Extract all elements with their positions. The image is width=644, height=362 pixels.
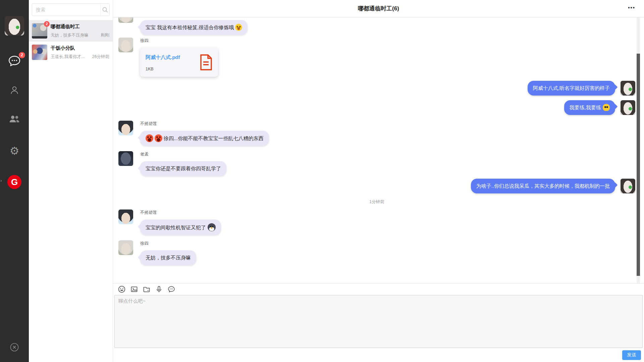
contact-person-icon bbox=[9, 85, 19, 95]
more-menu-icon[interactable]: ••• bbox=[628, 5, 635, 10]
avatar-xusi[interactable] bbox=[118, 38, 133, 52]
chat-item-main: 哪都通临时工 无妨，技多不压身嘛 刚刚 bbox=[51, 23, 109, 38]
search-row bbox=[29, 0, 113, 20]
app-window: 2 ⚙ G › bbox=[0, 0, 644, 362]
avatar-laomeng[interactable] bbox=[118, 151, 133, 166]
close-circle-icon bbox=[10, 343, 19, 352]
send-button[interactable]: 发送 bbox=[622, 350, 641, 360]
nav-contacts-button[interactable] bbox=[9, 85, 19, 97]
message-text: 我要练,我要练 bbox=[570, 105, 601, 110]
chat-item-time: 刚刚 bbox=[101, 33, 109, 38]
search-button[interactable] bbox=[100, 4, 109, 16]
message-row: 我要练,我要练 bbox=[118, 100, 635, 115]
melting-face-emoji bbox=[603, 104, 610, 111]
message-scroll-area[interactable]: 宝宝 我这有本祖传秘笈,很适合你修炼哦 徐四 阿威十八式.pdf 1KB bbox=[113, 17, 644, 283]
message-row: 不摇碧莲 宝宝的间歇性机智证又犯了 bbox=[118, 209, 635, 235]
unread-badge: 2 bbox=[44, 21, 50, 27]
scrollbar-track[interactable] bbox=[637, 17, 640, 283]
chat-list-item[interactable]: 干饭小分队 王道长,我看你才... 26分钟前 bbox=[29, 42, 113, 63]
message-bubble[interactable]: 阿威十八式,听名字就好厉害的样子 bbox=[528, 81, 615, 96]
smiley-icon bbox=[118, 285, 126, 293]
microphone-icon bbox=[155, 285, 163, 293]
group-people-icon bbox=[9, 115, 20, 123]
sender-name: 徐四 bbox=[140, 38, 218, 44]
folder-icon bbox=[143, 285, 151, 293]
group-avatar bbox=[32, 45, 47, 60]
chat-item-title: 哪都通临时工 bbox=[51, 23, 109, 30]
conversation-header: 哪都通临时工(6) ••• bbox=[113, 0, 644, 17]
avatar-me[interactable] bbox=[621, 100, 635, 115]
search-box bbox=[32, 3, 110, 16]
message-row: 阿威十八式,听名字就好厉害的样子 bbox=[118, 81, 635, 96]
message-bubble[interactable]: 我要练,我要练 bbox=[564, 100, 615, 115]
scrollbar-thumb[interactable] bbox=[637, 54, 640, 276]
message-input[interactable] bbox=[115, 295, 642, 348]
logo-letter: G bbox=[11, 177, 18, 187]
composer: 发送 bbox=[113, 283, 644, 362]
file-name[interactable]: 阿威十八式.pdf bbox=[146, 54, 180, 61]
nav-groups-button[interactable] bbox=[9, 115, 20, 125]
file-attachment-card[interactable]: 阿威十八式.pdf 1KB bbox=[140, 48, 218, 77]
app-logo: G bbox=[7, 175, 21, 189]
emoji-picker-button[interactable] bbox=[118, 285, 126, 293]
message-text: 徐四...你能不能不教宝宝一些乱七八糟的东西 bbox=[164, 135, 264, 141]
message-bubble[interactable]: 宝宝你还是不要跟着你四哥乱学了 bbox=[140, 161, 226, 176]
message-row: 徐四 阿威十八式.pdf 1KB bbox=[118, 38, 635, 77]
message-row: 为啥子..你们总说我呆瓜，其实大多的时候，我都机制的一批 bbox=[118, 179, 635, 193]
chat-item-time: 26分钟前 bbox=[92, 54, 109, 60]
sender-name: 不摇碧莲 bbox=[140, 121, 269, 127]
send-image-button[interactable] bbox=[130, 285, 138, 293]
message-text: 宝宝 我这有本祖传秘笈,很适合你修炼哦 bbox=[146, 24, 234, 30]
panel-expand-arrow[interactable]: › bbox=[0, 178, 2, 183]
image-icon bbox=[130, 285, 138, 293]
voice-message-button[interactable] bbox=[155, 285, 163, 293]
group-avatar: 2 bbox=[32, 23, 47, 39]
nav-chats-button[interactable]: 2 bbox=[8, 55, 21, 68]
send-file-button[interactable] bbox=[143, 285, 151, 293]
message-bubble[interactable]: 宝宝的间歇性机智证又犯了 bbox=[140, 220, 221, 235]
search-input[interactable] bbox=[32, 4, 100, 16]
hugging-face-emoji bbox=[235, 24, 242, 31]
message-text: 无妨，技多不压身嘛 bbox=[146, 255, 191, 260]
avatar-xusi[interactable] bbox=[118, 17, 133, 23]
avatar-xusi[interactable] bbox=[118, 240, 133, 255]
composer-toolbar bbox=[113, 284, 644, 295]
pdf-file-icon bbox=[199, 54, 213, 71]
message-bubble[interactable]: 无妨，技多不压身嘛 bbox=[140, 250, 196, 265]
nav-rail: 2 ⚙ G › bbox=[0, 0, 29, 362]
sender-name: 徐四 bbox=[140, 241, 196, 246]
message-text: 为啥子..你们总说我呆瓜，其实大多的时候，我都机制的一批 bbox=[476, 183, 610, 189]
send-row: 发送 bbox=[113, 348, 644, 362]
message-row: 徐四 无妨，技多不压身嘛 bbox=[118, 240, 635, 265]
message-text: 阿威十八式,听名字就好厉害的样子 bbox=[533, 85, 610, 91]
message-bubble[interactable]: 为啥子..你们总说我呆瓜，其实大多的时候，我都机制的一批 bbox=[471, 179, 615, 193]
my-profile-avatar[interactable] bbox=[5, 16, 24, 36]
nav-settings-button[interactable]: ⚙ bbox=[10, 145, 19, 156]
chat-item-title: 干饭小分队 bbox=[51, 45, 109, 51]
chat-item-preview: 无妨，技多不压身嘛 bbox=[51, 33, 99, 38]
close-button[interactable] bbox=[10, 343, 19, 353]
message-input-box bbox=[114, 295, 643, 348]
chat-list-panel: 2 哪都通临时工 无妨，技多不压身嘛 刚刚 干饭小分队 王道长,我看你才... … bbox=[29, 0, 113, 362]
gear-icon: ⚙ bbox=[10, 145, 19, 157]
penguin-emoji bbox=[208, 223, 216, 231]
conversation-title: 哪都通临时工(6) bbox=[358, 5, 399, 12]
file-size: 1KB bbox=[146, 67, 180, 71]
avatar-buyaobilian[interactable] bbox=[118, 121, 133, 135]
avatar-me[interactable] bbox=[621, 179, 635, 193]
chat-item-main: 干饭小分队 王道长,我看你才... 26分钟前 bbox=[51, 45, 109, 60]
avatar-me[interactable] bbox=[621, 81, 635, 96]
search-icon bbox=[102, 7, 108, 13]
message-bubble-icon bbox=[167, 285, 175, 293]
chat-bubble-icon bbox=[8, 55, 21, 67]
message-row: 宝宝 我这有本祖传秘笈,很适合你修炼哦 bbox=[118, 20, 635, 35]
angry-face-emoji bbox=[155, 134, 162, 142]
conversation-panel: 哪都通临时工(6) ••• 宝宝 我这有本祖传秘笈,很适合你修炼哦 徐四 阿威十… bbox=[113, 0, 644, 362]
message-bubble[interactable]: 宝宝 我这有本祖传秘笈,很适合你修炼哦 bbox=[140, 20, 248, 35]
sender-name: 不摇碧莲 bbox=[140, 210, 221, 216]
chat-history-button[interactable] bbox=[167, 285, 175, 293]
chat-list-item[interactable]: 2 哪都通临时工 无妨，技多不压身嘛 刚刚 bbox=[29, 20, 113, 42]
message-text: 宝宝你还是不要跟着你四哥乱学了 bbox=[146, 166, 221, 171]
avatar-buyaobilian[interactable] bbox=[118, 209, 133, 224]
message-bubble[interactable]: 徐四...你能不能不教宝宝一些乱七八糟的东西 bbox=[140, 131, 269, 146]
